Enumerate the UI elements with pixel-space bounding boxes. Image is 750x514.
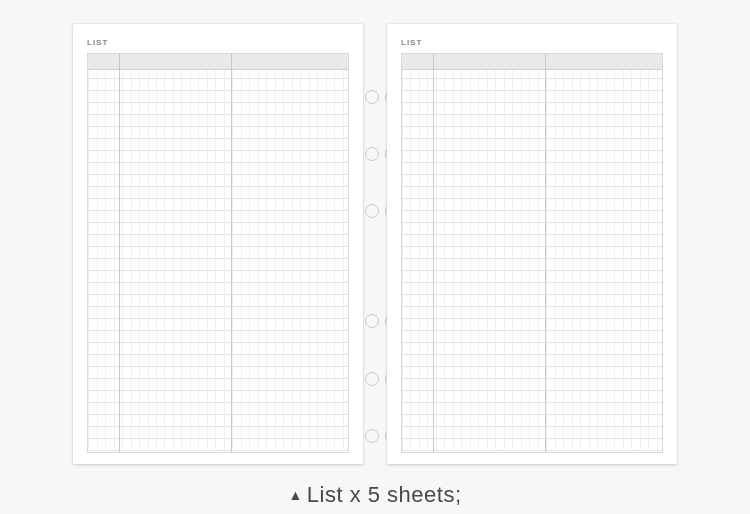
binder-hole bbox=[365, 314, 379, 328]
caption-text: List x 5 sheets; bbox=[307, 482, 462, 507]
list-grid bbox=[87, 53, 349, 453]
page-title: LIST bbox=[401, 38, 663, 47]
column-divider bbox=[545, 54, 546, 452]
page-title: LIST bbox=[87, 38, 349, 47]
triangle-icon: ▲ bbox=[288, 487, 302, 503]
pages-stage: LIST LIST bbox=[0, 24, 750, 464]
column-divider bbox=[433, 54, 434, 452]
column-divider bbox=[119, 54, 120, 452]
planner-page-right: LIST bbox=[387, 24, 677, 464]
column-divider bbox=[231, 54, 232, 452]
binder-hole bbox=[365, 429, 379, 443]
binder-hole bbox=[365, 372, 379, 386]
list-grid bbox=[401, 53, 663, 453]
grid-header-band bbox=[88, 54, 348, 70]
caption: ▲List x 5 sheets; bbox=[0, 482, 750, 508]
planner-page-left: LIST bbox=[73, 24, 363, 464]
grid-header-band bbox=[402, 54, 662, 70]
binder-hole bbox=[365, 147, 379, 161]
binder-hole bbox=[365, 204, 379, 218]
binder-hole bbox=[365, 90, 379, 104]
